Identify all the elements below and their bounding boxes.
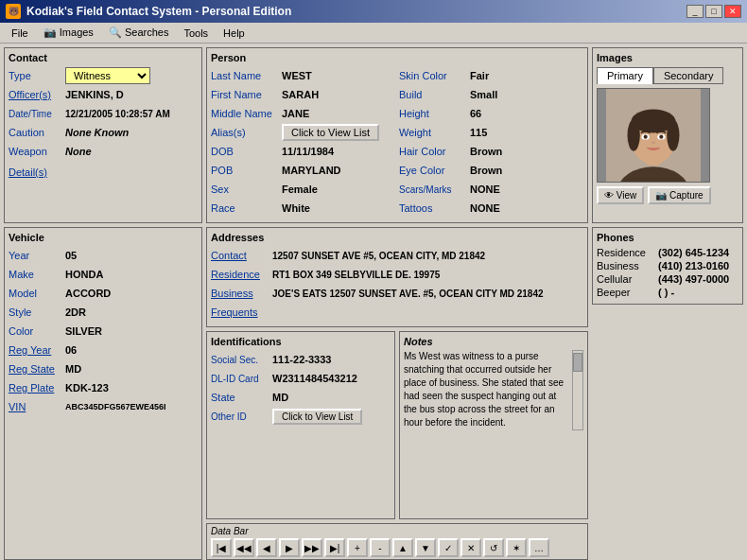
year-label: Year	[9, 250, 65, 261]
regyear-label[interactable]: Reg Year	[9, 344, 65, 356]
alias-button[interactable]: Click to View List	[282, 124, 379, 141]
weight-value: 115	[470, 127, 487, 138]
close-button[interactable]: ✕	[724, 5, 741, 18]
style-value: 2DR	[65, 306, 86, 318]
type-select[interactable]: Witness	[65, 67, 150, 84]
scarsmarks-label: Scars/Marks	[399, 184, 470, 195]
cellular-phone-value: (443) 497-0000	[658, 273, 729, 285]
db-star[interactable]: ✶	[506, 538, 527, 557]
db-refresh[interactable]: ↺	[483, 538, 504, 557]
app-title: Kodiak's Field Contact System - Personal…	[26, 5, 291, 18]
minimize-button[interactable]: _	[686, 5, 704, 18]
id-state-value: MD	[272, 392, 288, 403]
dlid-value: W2311484543212	[272, 373, 357, 384]
socialsec-label: Social Sec.	[211, 355, 272, 365]
sex-label: Sex	[211, 184, 282, 195]
db-prev-prev[interactable]: ◀◀	[234, 538, 254, 557]
images-title: Images	[597, 52, 738, 63]
tattoos-value: NONE	[470, 202, 500, 214]
residence-addr-value: RT1 BOX 349 SELBYVILLE DE. 19975	[272, 270, 440, 280]
vehicle-section: Vehicle Year 05 Make HONDA Model ACCORD …	[4, 227, 202, 560]
app-icon: 🐻	[6, 4, 21, 19]
databar-title: Data Bar	[211, 526, 583, 536]
db-next[interactable]: ▶	[279, 538, 300, 557]
scarsmarks-value: NONE	[470, 184, 500, 195]
db-prev[interactable]: ◀	[256, 538, 277, 557]
otherid-button[interactable]: Click to View List	[272, 409, 362, 425]
otherid-label: Other ID	[211, 411, 272, 422]
residence-addr-label[interactable]: Residence	[211, 269, 272, 280]
notes-section: Notes Ms West was witness to a purse sna…	[399, 331, 588, 519]
business-addr-label[interactable]: Business	[211, 288, 272, 299]
maximize-button[interactable]: □	[705, 5, 722, 18]
haircolor-label: Hair Color	[399, 146, 470, 157]
menu-file[interactable]: File	[4, 26, 36, 41]
build-value: Small	[470, 89, 497, 100]
db-next-next[interactable]: ▶▶	[302, 538, 322, 557]
db-x[interactable]: ✕	[460, 538, 481, 557]
color-label: Color	[9, 325, 65, 337]
db-more[interactable]: …	[529, 538, 549, 557]
details-link[interactable]: Detail(s)	[9, 166, 65, 178]
type-label: Type	[9, 70, 65, 81]
residence-phone-value: (302) 645-1234	[658, 247, 729, 258]
regplate-value: KDK-123	[65, 382, 109, 394]
primary-tab[interactable]: Primary	[597, 67, 653, 84]
caution-label: Caution	[9, 127, 65, 138]
race-value: White	[282, 202, 310, 214]
addresses-section: Addresses Contact 12507 SUNSET AVE #5, O…	[206, 227, 588, 327]
vehicle-title: Vehicle	[9, 232, 198, 243]
business-addr-value: JOE'S EATS 12507 SUNSET AVE. #5, OCEAN C…	[272, 289, 544, 299]
frequents-label[interactable]: Frequents	[211, 306, 272, 318]
beeper-phone-value: ( ) -	[658, 287, 674, 298]
officers-label[interactable]: Officer(s)	[9, 89, 65, 100]
lastname-label: Last Name	[211, 70, 282, 81]
view-button[interactable]: 👁 View	[597, 186, 644, 204]
firstname-value: SARAH	[282, 89, 319, 100]
svg-point-11	[659, 135, 663, 139]
camera-icon: 📷	[655, 190, 667, 201]
regstate-label[interactable]: Reg State	[9, 363, 65, 375]
secondary-tab[interactable]: Secondary	[653, 67, 724, 84]
height-label: Height	[399, 108, 470, 119]
notes-scrollbar[interactable]	[572, 350, 583, 430]
menu-images[interactable]: 📷 Images	[36, 25, 101, 41]
db-add[interactable]: +	[347, 538, 368, 557]
dlid-label: DL-ID Card	[211, 374, 272, 384]
data-bar-section: Data Bar |◀ ◀◀ ◀ ▶ ▶▶ ▶| + - ▲ ▼ ✓ ✕ ↺ ✶	[206, 523, 588, 560]
regplate-label[interactable]: Reg Plate	[9, 382, 65, 394]
make-value: HONDA	[65, 269, 103, 280]
notes-content: Ms West was witness to a purse snatching…	[404, 351, 564, 428]
person-section: Person Last Name WEST First Name SARAH M…	[206, 47, 588, 223]
svg-point-6	[628, 119, 640, 150]
capture-button[interactable]: 📷 Capture	[648, 186, 710, 204]
menu-tools[interactable]: Tools	[176, 26, 216, 41]
dob-value: 11/11/1984	[282, 146, 334, 157]
beeper-phone-label: Beeper	[597, 287, 658, 298]
menu-bar: File 📷 Images 🔍 Searches Tools Help	[0, 23, 747, 44]
vin-label[interactable]: VIN	[9, 401, 65, 412]
business-phone-value: (410) 213-0160	[658, 260, 729, 271]
eyecolor-value: Brown	[470, 165, 502, 176]
menu-help[interactable]: Help	[216, 26, 252, 41]
db-check[interactable]: ✓	[438, 538, 459, 557]
lastname-value: WEST	[282, 70, 312, 81]
db-remove[interactable]: -	[370, 538, 391, 557]
dob-label: DOB	[211, 146, 282, 157]
model-label: Model	[9, 288, 65, 299]
make-label: Make	[9, 269, 65, 280]
db-up[interactable]: ▲	[392, 538, 413, 557]
data-bar-controls: |◀ ◀◀ ◀ ▶ ▶▶ ▶| + - ▲ ▼ ✓ ✕ ↺ ✶ …	[211, 538, 583, 557]
menu-searches[interactable]: 🔍 Searches	[101, 25, 177, 41]
images-section: Images Primary Secondary	[592, 47, 743, 223]
contact-addr-label[interactable]: Contact	[211, 250, 272, 261]
db-last[interactable]: ▶|	[324, 538, 345, 557]
db-first[interactable]: |◀	[211, 538, 232, 557]
build-label: Build	[399, 89, 470, 100]
scroll-thumb[interactable]	[573, 353, 582, 372]
identifications-section: Identifications Social Sec. 111-22-3333 …	[206, 331, 395, 519]
skincolor-label: Skin Color	[399, 70, 470, 81]
contact-addr-value: 12507 SUNSET AVE #5, OCEAN CITY, MD 2184…	[272, 251, 485, 261]
db-down[interactable]: ▼	[415, 538, 436, 557]
business-phone-label: Business	[597, 260, 658, 271]
